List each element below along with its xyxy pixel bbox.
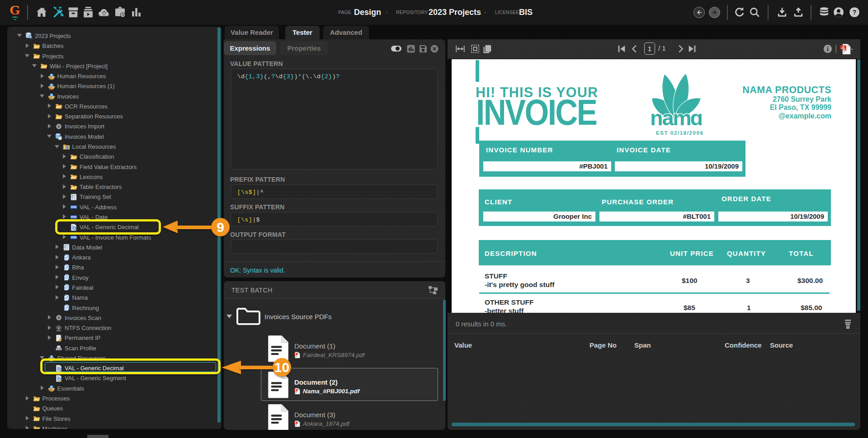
svg-text:?: ? [853, 9, 857, 16]
svg-text:0723: 0723 [71, 206, 76, 209]
svg-text:0723: 0723 [71, 216, 76, 219]
svg-text:G: G [9, 4, 20, 17]
svg-text:0723: 0723 [71, 236, 76, 239]
svg-text:namɑ: namɑ [650, 106, 702, 127]
